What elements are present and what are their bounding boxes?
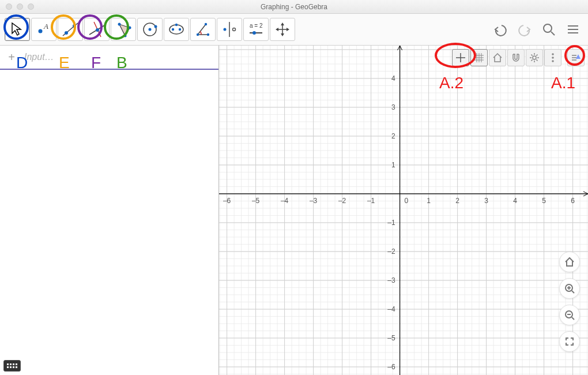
circle-tool[interactable]: [137, 18, 163, 41]
titlebar: Graphing - GeoGebra: [0, 0, 588, 14]
svg-point-10: [129, 27, 131, 29]
home-fab[interactable]: [559, 252, 580, 272]
svg-text:2: 2: [455, 197, 459, 205]
fullscreen-button[interactable]: [559, 331, 580, 352]
toggle-grid-button[interactable]: [470, 49, 488, 66]
main-toolbar: A: [0, 14, 588, 46]
coordinate-grid: –6–5–4–3–2–10123456–6–5–4–3–2–11234: [219, 46, 588, 375]
menu-icon: [565, 21, 581, 38]
svg-text:–6: –6: [387, 363, 395, 371]
svg-point-4: [73, 24, 76, 28]
line-icon: [61, 20, 80, 39]
home-icon: [492, 52, 503, 63]
svg-text:–6: –6: [223, 197, 231, 205]
svg-text:6: 6: [571, 197, 575, 205]
circle-icon: [140, 20, 160, 39]
svg-text:a = 2: a = 2: [250, 22, 263, 29]
redo-icon: [517, 21, 533, 38]
home-zoom-button[interactable]: [489, 49, 506, 66]
angle-tool[interactable]: [190, 18, 216, 41]
window-title: Graphing - GeoGebra: [0, 3, 588, 11]
point-capture-button[interactable]: [507, 49, 525, 66]
search-button[interactable]: [538, 19, 559, 40]
svg-point-17: [179, 28, 181, 31]
svg-point-23: [224, 28, 227, 31]
zoom-out-button[interactable]: [559, 305, 580, 325]
window-controls: [0, 3, 34, 10]
move-view-icon: [273, 20, 292, 39]
svg-point-3: [65, 31, 68, 35]
redo-button[interactable]: [514, 19, 535, 40]
svg-line-198: [572, 317, 574, 320]
svg-text:–1: –1: [367, 197, 375, 205]
svg-point-9: [118, 23, 121, 26]
toggle-axes-button[interactable]: [452, 49, 469, 66]
svg-text:3: 3: [391, 103, 395, 111]
maximize-window-icon[interactable]: [28, 3, 34, 10]
svg-marker-192: [576, 54, 581, 59]
undo-icon: [492, 21, 508, 38]
slider-tool[interactable]: a = 2: [243, 18, 269, 41]
axes-icon: [455, 52, 466, 63]
svg-point-188: [552, 60, 554, 62]
zoom-in-button[interactable]: [559, 278, 580, 299]
gear-icon: [529, 52, 540, 63]
algebra-view: +: [0, 46, 219, 375]
move-tool[interactable]: [5, 18, 30, 41]
svg-point-185: [533, 56, 536, 59]
point-tool[interactable]: A: [31, 18, 56, 41]
style-bar-button[interactable]: [567, 49, 585, 66]
undo-button[interactable]: [490, 19, 511, 40]
graphics-view[interactable]: –6–5–4–3–2–10123456–6–5–4–3–2–11234: [219, 46, 588, 375]
angle-icon: [193, 20, 213, 39]
svg-marker-8: [119, 24, 130, 36]
svg-text:–5: –5: [387, 334, 395, 342]
polygon-tool[interactable]: [111, 18, 136, 41]
fullscreen-icon: [564, 336, 575, 347]
move-view-tool[interactable]: [270, 18, 295, 41]
svg-point-21: [205, 23, 207, 25]
main-area: + –6–5–4–3–2–10123456–6–5–4–3–2–11234: [0, 46, 588, 375]
home-icon: [564, 256, 575, 268]
svg-text:1: 1: [427, 197, 431, 205]
minimize-window-icon[interactable]: [17, 3, 23, 10]
zoom-in-icon: [564, 283, 575, 294]
algebra-input[interactable]: [23, 51, 213, 63]
magnet-icon: [510, 52, 522, 63]
svg-point-14: [154, 25, 157, 28]
reflect-tool[interactable]: [217, 18, 242, 41]
zoom-controls: [559, 252, 580, 352]
reflect-icon: [220, 20, 239, 39]
svg-text:5: 5: [542, 197, 546, 205]
grid-icon: [473, 52, 485, 63]
menu-button[interactable]: [563, 19, 583, 40]
svg-text:0: 0: [405, 197, 409, 205]
svg-text:4: 4: [391, 74, 395, 82]
perpendicular-tool[interactable]: [84, 18, 110, 41]
ellipse-icon: [167, 20, 186, 39]
svg-point-15: [169, 25, 183, 34]
add-expression-button[interactable]: +: [6, 51, 17, 64]
svg-text:–3: –3: [387, 276, 395, 284]
svg-line-31: [551, 32, 555, 35]
svg-text:–1: –1: [387, 219, 395, 227]
svg-text:–5: –5: [252, 197, 260, 205]
more-button[interactable]: [544, 49, 561, 66]
svg-point-24: [233, 28, 236, 31]
svg-point-0: [39, 29, 43, 33]
svg-text:1: 1: [391, 161, 395, 169]
perpendicular-icon: [87, 20, 107, 39]
conic-tool[interactable]: [164, 18, 189, 41]
zoom-out-icon: [564, 309, 575, 321]
kebab-icon: [547, 52, 559, 63]
point-icon: A: [34, 20, 54, 39]
input-row: +: [0, 46, 218, 70]
svg-text:2: 2: [391, 132, 395, 140]
polygon-icon: [114, 20, 133, 39]
keyboard-toggle-button[interactable]: [3, 360, 21, 372]
svg-text:A: A: [43, 22, 48, 31]
settings-button[interactable]: [526, 49, 543, 66]
line-tool[interactable]: [58, 18, 83, 41]
close-window-icon[interactable]: [6, 3, 12, 10]
cursor-icon: [7, 20, 27, 39]
